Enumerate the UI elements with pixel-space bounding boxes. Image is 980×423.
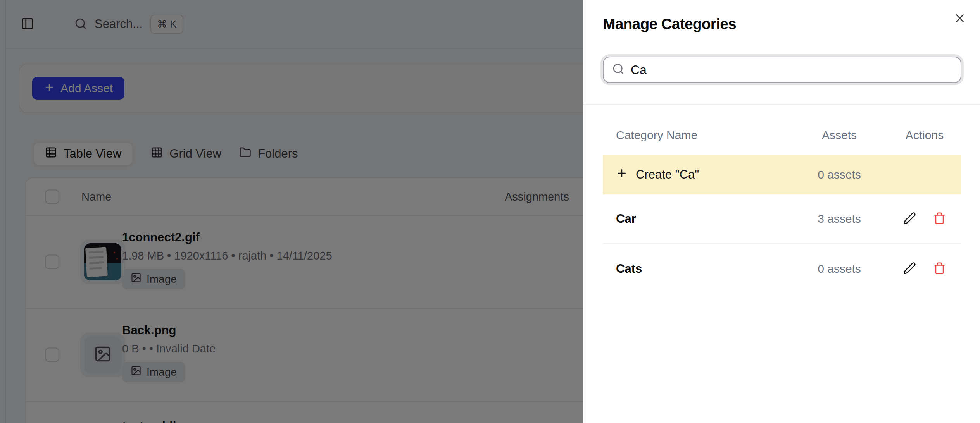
manage-categories-panel: Manage Categories Category Name Assets A…	[583, 0, 980, 423]
category-search-box	[603, 57, 961, 83]
panel-title: Manage Categories	[603, 15, 736, 33]
category-list: Category Name Assets Actions Create "Ca"…	[603, 105, 961, 294]
delete-category-button[interactable]	[933, 262, 946, 276]
trash-icon	[933, 262, 946, 276]
pencil-icon	[903, 212, 916, 226]
create-category-assets-count: 0 assets	[791, 168, 888, 181]
column-header-actions: Actions	[888, 129, 961, 142]
category-assets-count: 0 assets	[791, 262, 888, 275]
category-name: Cats	[603, 262, 791, 276]
column-header-category-name: Category Name	[603, 129, 791, 142]
close-panel-button[interactable]	[951, 10, 968, 27]
category-row: Cats 0 assets	[603, 244, 961, 294]
edit-category-button[interactable]	[903, 212, 916, 226]
category-search-input[interactable]	[631, 63, 952, 77]
column-header-assets: Assets	[791, 129, 888, 142]
create-category-label: Create "Ca"	[636, 168, 699, 182]
category-name: Car	[603, 212, 791, 226]
trash-icon	[933, 212, 946, 226]
delete-category-button[interactable]	[933, 212, 946, 226]
edit-category-button[interactable]	[903, 262, 916, 276]
pencil-icon	[903, 262, 916, 276]
create-category-row[interactable]: Create "Ca" 0 assets	[603, 155, 961, 194]
category-row: Car 3 assets	[603, 194, 961, 244]
plus-icon	[616, 167, 628, 182]
category-table-header: Category Name Assets Actions	[603, 129, 961, 142]
search-icon	[612, 63, 625, 77]
category-assets-count: 3 assets	[791, 212, 888, 225]
app-window: Search... ⌘ K Add Asset Table View Grid …	[0, 0, 980, 423]
close-icon	[953, 12, 966, 26]
